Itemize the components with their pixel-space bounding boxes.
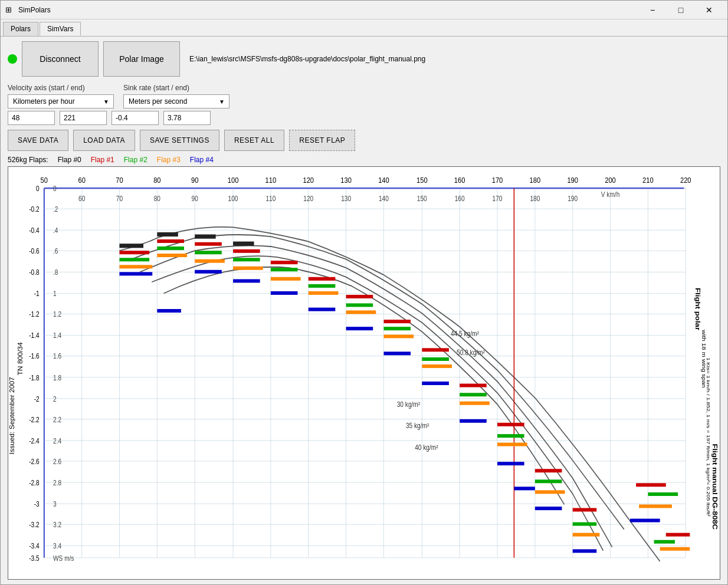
svg-rect-168 (195, 270, 222, 274)
svg-text:180: 180 (530, 195, 540, 202)
svg-text:90: 90 (191, 176, 199, 185)
sink-rate-group: Sink rate (start / end) Meters per secon… (123, 84, 229, 109)
save-settings-button[interactable]: SAVE SETTINGS (140, 130, 219, 151)
svg-text:-2: -2 (34, 395, 40, 403)
svg-text:2.8: 2.8 (53, 479, 61, 487)
svg-text:Flight polar: Flight polar (694, 288, 702, 330)
reset-all-button[interactable]: RESET ALL (224, 130, 284, 151)
svg-text:3: 3 (53, 500, 57, 508)
svg-rect-140 (271, 268, 298, 271)
svg-text:200: 200 (605, 176, 616, 185)
svg-rect-165 (660, 547, 690, 551)
window-title: SimPolars (18, 6, 639, 14)
svg-text:-3.5: -3.5 (29, 554, 39, 562)
top-controls-row: Disconnect Polar Image E:\ian_lewis\src\… (8, 41, 720, 77)
velocity-end-input[interactable] (60, 111, 107, 125)
svg-rect-121 (120, 251, 150, 254)
reset-flap-button[interactable]: RESET FLAP (289, 130, 355, 151)
svg-text:2.4: 2.4 (53, 437, 61, 445)
svg-rect-130 (460, 384, 487, 387)
svg-text:1.6: 1.6 (53, 353, 61, 360)
weight-flaps-label: 526kg Flaps: (8, 156, 48, 164)
svg-text:.6: .6 (53, 247, 58, 255)
svg-rect-139 (233, 258, 260, 261)
svg-rect-128 (383, 320, 411, 323)
svg-rect-0 (8, 167, 720, 579)
close-button[interactable]: ✕ (696, 1, 723, 19)
svg-rect-129 (422, 348, 449, 351)
flap-1-label[interactable]: Flap #1 (91, 156, 114, 164)
svg-text:-0.4: -0.4 (29, 226, 39, 234)
disconnect-button[interactable]: Disconnect (22, 41, 99, 77)
svg-text:1 Kts= 1 km/h / 1.852, 1 m/s =: 1 Kts= 1 km/h / 1.852, 1 m/s = 197 ft/mi… (706, 357, 711, 516)
svg-text:Issued: September 2007: Issued: September 2007 (9, 377, 15, 454)
svg-rect-151 (120, 265, 153, 268)
svg-text:.4: .4 (53, 226, 58, 234)
svg-text:190: 190 (567, 176, 578, 185)
svg-text:V km/h: V km/h (601, 190, 620, 198)
svg-rect-166 (120, 272, 153, 275)
tab-bar: Polars SimVars (1, 19, 727, 37)
polar-chart: 50 60 70 80 90 100 110 120 130 140 150 1… (8, 166, 720, 580)
flap-4-label[interactable]: Flap #4 (190, 156, 214, 164)
svg-rect-135 (666, 533, 690, 537)
svg-rect-132 (535, 469, 562, 472)
connection-status-dot (8, 54, 17, 64)
chart-svg: 50 60 70 80 90 100 110 120 130 140 150 1… (8, 167, 720, 579)
flap-3-label[interactable]: Flap #3 (157, 156, 181, 164)
svg-text:170: 170 (493, 195, 503, 202)
sink-rate-dropdown[interactable]: Meters per second Feet per minute Knots (123, 94, 229, 109)
svg-rect-176 (497, 462, 524, 465)
svg-text:-3.2: -3.2 (29, 521, 39, 528)
svg-rect-126 (309, 277, 336, 281)
svg-text:110: 110 (265, 176, 277, 185)
svg-rect-124 (233, 249, 260, 253)
svg-text:3.4: 3.4 (53, 542, 61, 550)
sink-end-input[interactable] (163, 111, 211, 125)
svg-text:-1.4: -1.4 (29, 332, 39, 340)
svg-rect-159 (422, 364, 452, 368)
polar-image-button[interactable]: Polar Image (103, 41, 180, 77)
svg-text:120: 120 (303, 195, 313, 202)
main-window: ⊞ SimPolars − □ ✕ Polars SimVars Disconn… (0, 0, 728, 585)
flap-2-label[interactable]: Flap #2 (124, 156, 147, 164)
svg-text:2.6: 2.6 (53, 458, 61, 465)
svg-rect-155 (271, 277, 301, 281)
svg-text:160: 160 (454, 176, 465, 185)
svg-text:-3.4: -3.4 (29, 542, 39, 550)
velocity-axis-group: Velocity axis (start / end) Kilometers p… (8, 84, 114, 109)
svg-text:-2.4: -2.4 (29, 437, 39, 445)
svg-text:100: 100 (228, 176, 239, 185)
tab-simvars[interactable]: SimVars (40, 22, 81, 36)
svg-rect-133 (573, 508, 597, 511)
velocity-start-input[interactable] (8, 111, 55, 125)
tab-polars[interactable]: Polars (3, 22, 38, 36)
flaps-row: 526kg Flaps: Flap #0 Flap #1 Flap #2 Fla… (8, 156, 720, 164)
save-data-button[interactable]: SAVE DATA (8, 130, 68, 151)
svg-text:-1: -1 (34, 290, 40, 298)
svg-text:60: 60 (78, 176, 86, 185)
svg-text:110: 110 (265, 195, 276, 202)
svg-text:Flight manual DG-808C: Flight manual DG-808C (711, 443, 719, 530)
svg-rect-161 (497, 443, 527, 446)
flap-0-label[interactable]: Flap #0 (58, 156, 81, 164)
svg-rect-120 (233, 242, 254, 246)
sink-start-input[interactable] (112, 111, 159, 125)
svg-text:-1.2: -1.2 (29, 310, 39, 318)
svg-text:1.2: 1.2 (53, 310, 61, 318)
svg-text:3.2: 3.2 (53, 521, 61, 528)
window-controls: − □ ✕ (639, 1, 723, 19)
maximize-button[interactable]: □ (667, 1, 694, 19)
svg-rect-143 (383, 327, 411, 330)
svg-rect-137 (157, 247, 184, 250)
svg-text:210: 210 (642, 176, 654, 185)
svg-text:-0.6: -0.6 (29, 247, 39, 255)
sink-rate-dropdown-wrapper: Meters per second Feet per minute Knots (123, 94, 229, 109)
svg-text:40 kg/m²: 40 kg/m² (415, 443, 438, 451)
minimize-button[interactable]: − (639, 1, 666, 19)
svg-rect-149 (648, 492, 678, 496)
svg-rect-127 (346, 295, 373, 298)
load-data-button[interactable]: LOAD DATA (73, 130, 135, 151)
values-row (8, 111, 720, 125)
velocity-axis-dropdown[interactable]: Kilometers per hour Meters per second Kn… (8, 94, 114, 109)
